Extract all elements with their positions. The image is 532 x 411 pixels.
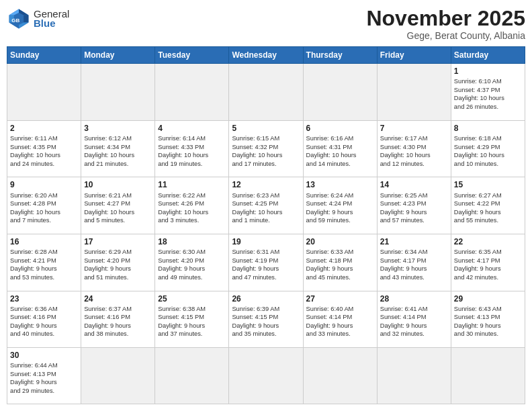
day-info: Sunrise: 6:33 AM Sunset: 4:18 PM Dayligh… xyxy=(306,248,374,281)
day-number: 15 xyxy=(454,179,522,190)
day-cell xyxy=(229,348,303,404)
day-cell xyxy=(81,348,155,404)
day-cell xyxy=(377,348,451,404)
day-info: Sunrise: 6:24 AM Sunset: 4:24 PM Dayligh… xyxy=(306,191,374,225)
day-cell: 2Sunrise: 6:11 AM Sunset: 4:35 PM Daylig… xyxy=(7,120,81,177)
day-number: 2 xyxy=(10,123,78,134)
day-number: 24 xyxy=(84,293,152,304)
day-cell xyxy=(451,348,525,404)
day-number: 17 xyxy=(84,236,152,247)
day-info: Sunrise: 6:20 AM Sunset: 4:28 PM Dayligh… xyxy=(10,191,78,225)
day-number: 13 xyxy=(306,179,374,190)
day-number: 29 xyxy=(454,293,522,304)
day-info: Sunrise: 6:30 AM Sunset: 4:20 PM Dayligh… xyxy=(158,248,226,281)
day-number: 4 xyxy=(158,123,226,134)
day-info: Sunrise: 6:36 AM Sunset: 4:16 PM Dayligh… xyxy=(10,305,78,338)
day-info: Sunrise: 6:38 AM Sunset: 4:15 PM Dayligh… xyxy=(158,305,226,338)
weekday-header-monday: Monday xyxy=(81,47,155,64)
day-cell xyxy=(303,64,377,121)
day-number: 21 xyxy=(380,236,448,247)
weekday-header-friday: Friday xyxy=(377,47,451,64)
weekday-header-sunday: Sunday xyxy=(7,47,81,64)
week-row-1: 1Sunrise: 6:10 AM Sunset: 4:37 PM Daylig… xyxy=(7,64,525,121)
header: GB General Blue November 2025 Gege, Bera… xyxy=(7,7,525,41)
day-cell: 20Sunrise: 6:33 AM Sunset: 4:18 PM Dayli… xyxy=(303,234,377,291)
day-info: Sunrise: 6:29 AM Sunset: 4:20 PM Dayligh… xyxy=(84,248,152,281)
day-number: 6 xyxy=(306,123,374,134)
day-cell xyxy=(377,64,451,121)
day-info: Sunrise: 6:12 AM Sunset: 4:34 PM Dayligh… xyxy=(84,134,152,168)
day-info: Sunrise: 6:14 AM Sunset: 4:33 PM Dayligh… xyxy=(158,134,226,168)
day-info: Sunrise: 6:39 AM Sunset: 4:15 PM Dayligh… xyxy=(232,305,300,338)
weekday-row: SundayMondayTuesdayWednesdayThursdayFrid… xyxy=(7,47,525,64)
day-cell xyxy=(7,64,81,121)
day-info: Sunrise: 6:37 AM Sunset: 4:16 PM Dayligh… xyxy=(84,305,152,338)
svg-marker-2 xyxy=(24,15,28,23)
day-info: Sunrise: 6:40 AM Sunset: 4:14 PM Dayligh… xyxy=(306,305,374,338)
day-info: Sunrise: 6:10 AM Sunset: 4:37 PM Dayligh… xyxy=(454,77,522,111)
weekday-header-wednesday: Wednesday xyxy=(229,47,303,64)
day-cell xyxy=(303,348,377,404)
day-info: Sunrise: 6:18 AM Sunset: 4:29 PM Dayligh… xyxy=(454,134,522,168)
day-cell: 3Sunrise: 6:12 AM Sunset: 4:34 PM Daylig… xyxy=(81,120,155,177)
day-number: 16 xyxy=(10,236,78,247)
day-cell: 4Sunrise: 6:14 AM Sunset: 4:33 PM Daylig… xyxy=(155,120,229,177)
day-cell: 24Sunrise: 6:37 AM Sunset: 4:16 PM Dayli… xyxy=(81,291,155,348)
day-info: Sunrise: 6:17 AM Sunset: 4:30 PM Dayligh… xyxy=(380,134,448,168)
day-number: 1 xyxy=(454,66,522,77)
week-row-3: 9Sunrise: 6:20 AM Sunset: 4:28 PM Daylig… xyxy=(7,177,525,234)
day-cell: 29Sunrise: 6:43 AM Sunset: 4:13 PM Dayli… xyxy=(451,291,525,348)
weekday-header-thursday: Thursday xyxy=(303,47,377,64)
week-row-6: 30Sunrise: 6:44 AM Sunset: 4:13 PM Dayli… xyxy=(7,348,525,404)
day-cell: 10Sunrise: 6:21 AM Sunset: 4:27 PM Dayli… xyxy=(81,177,155,234)
day-cell: 23Sunrise: 6:36 AM Sunset: 4:16 PM Dayli… xyxy=(7,291,81,348)
day-cell xyxy=(81,64,155,121)
day-cell: 17Sunrise: 6:29 AM Sunset: 4:20 PM Dayli… xyxy=(81,234,155,291)
day-cell: 16Sunrise: 6:28 AM Sunset: 4:21 PM Dayli… xyxy=(7,234,81,291)
day-cell xyxy=(155,64,229,121)
day-info: Sunrise: 6:43 AM Sunset: 4:13 PM Dayligh… xyxy=(454,305,522,338)
day-number: 10 xyxy=(84,179,152,190)
calendar-header: SundayMondayTuesdayWednesdayThursdayFrid… xyxy=(7,47,525,64)
logo: GB General Blue xyxy=(7,7,69,31)
day-number: 5 xyxy=(232,123,300,134)
day-cell: 27Sunrise: 6:40 AM Sunset: 4:14 PM Dayli… xyxy=(303,291,377,348)
day-cell: 26Sunrise: 6:39 AM Sunset: 4:15 PM Dayli… xyxy=(229,291,303,348)
day-number: 27 xyxy=(306,293,374,304)
subtitle: Gege, Berat County, Albania xyxy=(366,30,525,41)
day-number: 30 xyxy=(10,350,78,361)
day-cell: 8Sunrise: 6:18 AM Sunset: 4:29 PM Daylig… xyxy=(451,120,525,177)
day-number: 7 xyxy=(380,123,448,134)
weekday-header-tuesday: Tuesday xyxy=(155,47,229,64)
day-number: 28 xyxy=(380,293,448,304)
day-info: Sunrise: 6:16 AM Sunset: 4:31 PM Dayligh… xyxy=(306,134,374,168)
day-info: Sunrise: 6:41 AM Sunset: 4:14 PM Dayligh… xyxy=(380,305,448,338)
month-title: November 2025 xyxy=(366,7,525,30)
day-cell: 1Sunrise: 6:10 AM Sunset: 4:37 PM Daylig… xyxy=(451,64,525,121)
day-info: Sunrise: 6:31 AM Sunset: 4:19 PM Dayligh… xyxy=(232,248,300,281)
day-number: 23 xyxy=(10,293,78,304)
weekday-header-saturday: Saturday xyxy=(451,47,525,64)
day-cell: 14Sunrise: 6:25 AM Sunset: 4:23 PM Dayli… xyxy=(377,177,451,234)
day-number: 20 xyxy=(306,236,374,247)
day-cell: 7Sunrise: 6:17 AM Sunset: 4:30 PM Daylig… xyxy=(377,120,451,177)
day-cell: 21Sunrise: 6:34 AM Sunset: 4:17 PM Dayli… xyxy=(377,234,451,291)
day-cell: 22Sunrise: 6:35 AM Sunset: 4:17 PM Dayli… xyxy=(451,234,525,291)
logo-icon: GB xyxy=(7,7,31,31)
week-row-5: 23Sunrise: 6:36 AM Sunset: 4:16 PM Dayli… xyxy=(7,291,525,348)
day-number: 19 xyxy=(232,236,300,247)
day-cell: 18Sunrise: 6:30 AM Sunset: 4:20 PM Dayli… xyxy=(155,234,229,291)
day-info: Sunrise: 6:22 AM Sunset: 4:26 PM Dayligh… xyxy=(158,191,226,225)
day-number: 12 xyxy=(232,179,300,190)
day-cell: 30Sunrise: 6:44 AM Sunset: 4:13 PM Dayli… xyxy=(7,348,81,404)
day-info: Sunrise: 6:28 AM Sunset: 4:21 PM Dayligh… xyxy=(10,248,78,281)
day-cell: 9Sunrise: 6:20 AM Sunset: 4:28 PM Daylig… xyxy=(7,177,81,234)
day-info: Sunrise: 6:34 AM Sunset: 4:17 PM Dayligh… xyxy=(380,248,448,281)
week-row-4: 16Sunrise: 6:28 AM Sunset: 4:21 PM Dayli… xyxy=(7,234,525,291)
day-info: Sunrise: 6:23 AM Sunset: 4:25 PM Dayligh… xyxy=(232,191,300,225)
logo-text: General Blue xyxy=(34,9,69,30)
day-info: Sunrise: 6:25 AM Sunset: 4:23 PM Dayligh… xyxy=(380,191,448,225)
calendar-body: 1Sunrise: 6:10 AM Sunset: 4:37 PM Daylig… xyxy=(7,64,525,404)
day-cell: 12Sunrise: 6:23 AM Sunset: 4:25 PM Dayli… xyxy=(229,177,303,234)
svg-text:GB: GB xyxy=(11,17,19,24)
